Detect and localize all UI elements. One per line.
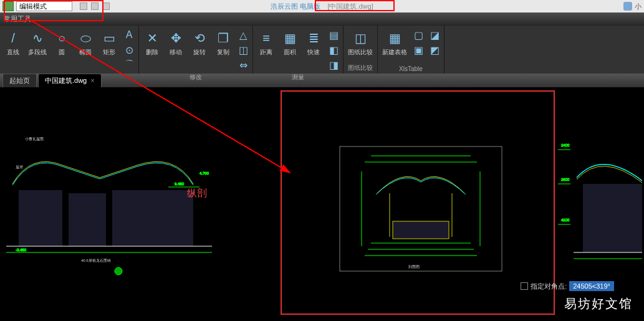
circle-icon: ○ xyxy=(53,29,70,47)
mirror-icon[interactable]: △ xyxy=(236,28,250,42)
tool-compare[interactable]: ◫图纸比较 xyxy=(346,28,375,58)
qa-icon-2[interactable] xyxy=(91,2,99,10)
svg-rect-32 xyxy=(583,184,642,252)
tool-delete[interactable]: ✕删除 xyxy=(142,28,163,58)
meas-icon-2[interactable]: ◧ xyxy=(327,43,340,57)
rotate-icon: ⟲ xyxy=(191,29,208,47)
drawing-left-elevation: 小青瓦屋面 屋脊 3.480 4.700 -0.450 40.5厚银龙石面砖 纵… xyxy=(6,122,212,277)
svg-rect-1 xyxy=(69,193,106,246)
tool-quick[interactable]: ≣快速 xyxy=(303,28,324,58)
svg-text:2400: 2400 xyxy=(561,143,570,147)
svg-text:屋脊: 屋脊 xyxy=(16,165,23,169)
svg-text:小青瓦屋面: 小青瓦屋面 xyxy=(25,137,44,141)
area-icon: ▦ xyxy=(281,29,299,47)
svg-rect-0 xyxy=(19,190,62,246)
menu-bar: 常用工具 xyxy=(0,12,644,25)
xt-icon-3[interactable]: ◪ xyxy=(428,28,441,42)
group-label-compare: 图纸比较 xyxy=(346,62,375,74)
polyline-icon: ∿ xyxy=(29,29,46,47)
ribbon-group-measure: ≡距离 ▦面积 ≣快速 ▤◧◨ 测量 xyxy=(253,26,344,74)
mode-selector[interactable] xyxy=(16,1,72,11)
offset-icon[interactable]: ◫ xyxy=(236,43,250,57)
svg-text:-0.450: -0.450 xyxy=(16,248,27,252)
text-icon[interactable]: A xyxy=(122,28,136,42)
distance-icon: ≡ xyxy=(257,29,275,47)
tool-polyline[interactable]: ∿多段线 xyxy=(26,28,49,58)
ribbon-group-modify: ✕删除 ✥移动 ⟲旋转 ❐复制 △◫⇔ 修改 xyxy=(139,26,253,74)
svg-text:40.5厚银龙石面砖: 40.5厚银龙石面砖 xyxy=(81,259,111,262)
point-icon[interactable]: ⊙ xyxy=(122,43,136,57)
svg-text:2600: 2600 xyxy=(561,178,570,181)
document-name: [中国建筑.dwg] xyxy=(327,2,373,10)
app-logo-icon xyxy=(2,1,14,11)
group-label-xlstable: XlsTable xyxy=(380,64,441,74)
ribbon-toolbar: /直线 ∿多段线 ○圆 ⬭椭圆 ▭矩形 A⊙⌒ 绘图 ✕删除 ✥移动 ⟲旋转 ❐… xyxy=(0,25,644,74)
tool-line[interactable]: /直线 xyxy=(2,28,24,58)
svg-rect-2 xyxy=(112,190,193,246)
meas-icon-3[interactable]: ◨ xyxy=(327,58,340,72)
compare-icon: ◫ xyxy=(352,29,369,47)
drawing-right-elevation: 2400 2600 4100 xyxy=(558,125,642,287)
user-name: 小 xyxy=(635,2,642,11)
menu-tools[interactable]: 常用工具 xyxy=(4,14,31,24)
meas-icon-1[interactable]: ▤ xyxy=(327,28,340,42)
tool-circle[interactable]: ○圆 xyxy=(51,28,72,58)
user-area[interactable]: 小 xyxy=(623,2,642,11)
tool-move[interactable]: ✥移动 xyxy=(165,28,186,58)
ribbon-group-draw: /直线 ∿多段线 ○圆 ⬭椭圆 ▭矩形 A⊙⌒ 绘图 xyxy=(0,26,139,74)
quick-icon: ≣ xyxy=(305,29,322,47)
tool-copy[interactable]: ❐复制 xyxy=(213,28,234,58)
tool-rectangle[interactable]: ▭矩形 xyxy=(99,28,120,58)
group-label-modify: 修改 xyxy=(142,72,250,83)
stretch-icon[interactable]: ⇔ xyxy=(236,58,250,72)
delete-icon: ✕ xyxy=(143,29,161,47)
app-name: 浩辰云图 电脑版 xyxy=(271,2,320,10)
svg-text:纵剖: 纵剖 xyxy=(187,188,207,198)
tool-rotate[interactable]: ⟲旋转 xyxy=(189,28,210,58)
svg-text:4100: 4100 xyxy=(561,218,570,222)
coord-label: 指定对角点: xyxy=(531,282,567,291)
tool-ellipse[interactable]: ⬭椭圆 xyxy=(75,28,96,58)
move-icon: ✥ xyxy=(167,29,185,47)
coord-value[interactable]: 24505<319° xyxy=(569,281,614,291)
line-icon: / xyxy=(4,29,22,47)
coordinate-input: 指定对角点: 24505<319° xyxy=(521,281,614,291)
tab-document[interactable]: 中国建筑.dwg× xyxy=(38,74,102,87)
xt-icon-4[interactable]: ◩ xyxy=(428,43,441,57)
tab-start[interactable]: 起始页 xyxy=(2,74,37,87)
copy-icon: ❐ xyxy=(214,29,232,47)
ribbon-group-xlstable: ▦新建表格 ▢▣ ◪◩ XlsTable xyxy=(378,26,445,74)
svg-text:4.700: 4.700 xyxy=(199,171,209,175)
svg-point-13 xyxy=(115,267,122,275)
ribbon-group-compare: ◫图纸比较 图纸比较 xyxy=(344,26,378,74)
rectangle-icon: ▭ xyxy=(100,29,118,47)
watermark: 易坊好文馆 xyxy=(564,295,633,312)
qa-icon-3[interactable] xyxy=(102,2,110,10)
arc-icon[interactable]: ⌒ xyxy=(122,58,136,72)
qa-icon-1[interactable] xyxy=(80,2,87,10)
xt-icon-1[interactable]: ▢ xyxy=(411,28,425,42)
svg-text:3.480: 3.480 xyxy=(175,182,185,186)
user-avatar-icon xyxy=(623,2,632,11)
title-bar: 浩辰云图 电脑版 [中国建筑.dwg] 小 xyxy=(0,0,644,12)
selection-rectangle xyxy=(281,90,555,315)
quick-access xyxy=(80,2,110,10)
group-label-measure: 测量 xyxy=(256,72,340,83)
tool-area[interactable]: ▦面积 xyxy=(279,28,300,58)
ellipse-icon: ⬭ xyxy=(77,29,94,47)
drawing-canvas[interactable]: 小青瓦屋面 屋脊 3.480 4.700 -0.450 40.5厚银龙石面砖 纵… xyxy=(0,87,644,321)
coord-toggle-icon[interactable] xyxy=(521,282,528,290)
table-icon: ▦ xyxy=(386,29,403,47)
tool-distance[interactable]: ≡距离 xyxy=(256,28,277,58)
close-icon[interactable]: × xyxy=(90,77,94,84)
xt-icon-2[interactable]: ▣ xyxy=(411,43,425,57)
app-title: 浩辰云图 电脑版 [中国建筑.dwg] xyxy=(271,2,373,11)
tool-newtable[interactable]: ▦新建表格 xyxy=(380,28,409,58)
